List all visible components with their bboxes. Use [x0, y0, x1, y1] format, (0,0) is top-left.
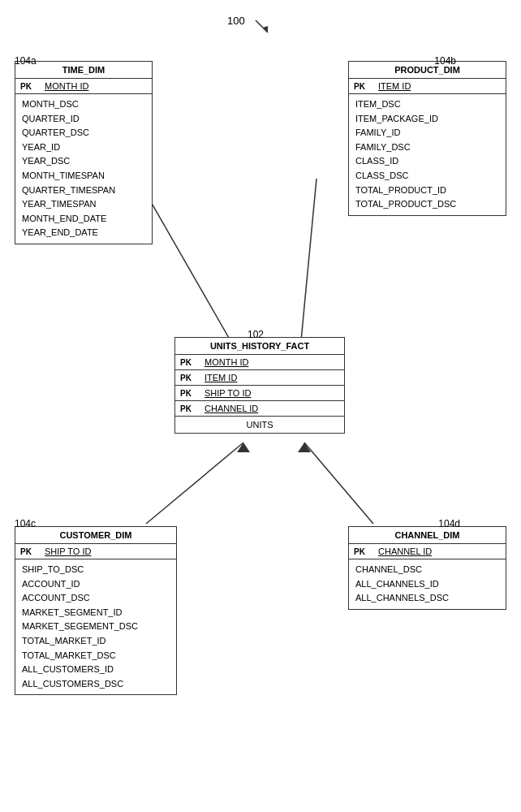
field-account-dsc: ACCOUNT_DSC	[22, 591, 170, 606]
arrow-100	[252, 16, 276, 41]
field-total-product-dsc: TOTAL_PRODUCT_DSC	[355, 197, 499, 212]
uhf-pk-label-4: PK	[180, 404, 198, 413]
customer-dim-fields: SHIP_TO_DSC ACCOUNT_ID ACCOUNT_DSC MARKE…	[15, 559, 176, 694]
field-month-end-date: MONTH_END_DATE	[22, 212, 145, 227]
ref-104b: 104b	[434, 55, 456, 67]
diagram-container: 100 TIME_DIM PK MONTH ID MONTH_DSC QUART…	[0, 0, 521, 812]
customer-dim-title: CUSTOMER_DIM	[15, 527, 176, 544]
field-all-channels-dsc: ALL_CHANNELS_DSC	[355, 591, 499, 606]
time-dim-table: TIME_DIM PK MONTH ID MONTH_DSC QUARTER_I…	[15, 61, 153, 244]
time-dim-pk-row: PK MONTH ID	[15, 79, 152, 94]
uhf-pk-label-3: PK	[180, 389, 198, 398]
field-account-id: ACCOUNT_ID	[22, 577, 170, 592]
channel-dim-pk-row: PK CHANNEL ID	[349, 544, 506, 559]
field-class-id: CLASS_ID	[355, 154, 499, 169]
customer-dim-pk-label: PK	[20, 547, 38, 556]
field-item-package-id: ITEM_PACKAGE_ID	[355, 112, 499, 127]
time-dim-pk-field: MONTH ID	[45, 81, 88, 91]
svg-marker-7	[298, 443, 311, 452]
field-total-product-id: TOTAL_PRODUCT_ID	[355, 184, 499, 198]
field-market-segement-dsc: MARKET_SEGEMENT_DSC	[22, 620, 170, 634]
uhf-pk-label-1: PK	[180, 358, 198, 367]
time-dim-pk-label: PK	[20, 82, 38, 91]
uhf-pk-field-1: MONTH ID	[205, 357, 248, 367]
field-quarter-dsc: QUARTER_DSC	[22, 126, 145, 140]
channel-dim-title: CHANNEL_DIM	[349, 527, 506, 544]
field-month-timespan: MONTH_TIMESPAN	[22, 169, 145, 184]
uhf-pk-field-3: SHIP TO ID	[205, 388, 251, 398]
field-family-dsc: FAMILY_DSC	[355, 140, 499, 155]
units-history-fact-table: UNITS_HISTORY_FACT PK MONTH ID PK ITEM I…	[174, 337, 345, 434]
channel-dim-fields: CHANNEL_DSC ALL_CHANNELS_ID ALL_CHANNELS…	[349, 559, 506, 609]
units-history-fact-title: UNITS_HISTORY_FACT	[175, 338, 344, 355]
ref-104c: 104c	[15, 518, 36, 529]
product-dim-pk-row: PK ITEM ID	[349, 79, 506, 94]
field-total-market-dsc: TOTAL_MARKET_DSC	[22, 649, 170, 663]
svg-marker-6	[237, 443, 250, 452]
uhf-pk-label-2: PK	[180, 374, 198, 382]
uhf-pk-row-3: PK SHIP TO ID	[175, 386, 344, 401]
channel-dim-pk-label: PK	[354, 547, 372, 556]
product-dim-pk-label: PK	[354, 82, 372, 91]
uhf-pk-field-4: CHANNEL ID	[205, 404, 258, 413]
uhf-pk-row-1: PK MONTH ID	[175, 355, 344, 370]
field-year-id: YEAR_ID	[22, 140, 145, 155]
svg-line-3	[304, 443, 373, 524]
uhf-units-section: UNITS	[175, 416, 344, 433]
field-month-dsc: MONTH_DSC	[22, 97, 145, 112]
channel-dim-pk-field: CHANNEL ID	[378, 546, 432, 556]
field-quarter-timespan: QUARTER_TIMESPAN	[22, 184, 145, 198]
channel-dim-table: CHANNEL_DIM PK CHANNEL ID CHANNEL_DSC AL…	[348, 526, 506, 610]
field-all-customers-dsc: ALL_CUSTOMERS_DSC	[22, 677, 170, 692]
diagram-ref-100: 100	[227, 15, 245, 27]
field-total-market-id: TOTAL_MARKET_ID	[22, 634, 170, 649]
field-class-dsc: CLASS_DSC	[355, 169, 499, 184]
field-channel-dsc: CHANNEL_DSC	[355, 563, 499, 577]
field-market-segment-id: MARKET_SEGMENT_ID	[22, 606, 170, 620]
ref-104a: 104a	[15, 55, 37, 67]
field-quarter-id: QUARTER_ID	[22, 112, 145, 127]
svg-line-2	[146, 443, 243, 524]
field-ship-to-dsc: SHIP_TO_DSC	[22, 563, 170, 577]
svg-marker-9	[263, 26, 268, 32]
uhf-pk-row-2: PK ITEM ID	[175, 370, 344, 386]
product-dim-pk-field: ITEM ID	[378, 81, 411, 91]
svg-line-1	[300, 179, 316, 349]
product-dim-fields: ITEM_DSC ITEM_PACKAGE_ID FAMILY_ID FAMIL…	[349, 94, 506, 215]
field-year-timespan: YEAR_TIMESPAN	[22, 197, 145, 212]
field-all-channels-id: ALL_CHANNELS_ID	[355, 577, 499, 592]
product-dim-title: PRODUCT_DIM	[349, 62, 506, 79]
time-dim-fields: MONTH_DSC QUARTER_ID QUARTER_DSC YEAR_ID…	[15, 94, 152, 244]
customer-dim-table: CUSTOMER_DIM PK SHIP TO ID SHIP_TO_DSC A…	[15, 526, 177, 695]
field-family-id: FAMILY_ID	[355, 126, 499, 140]
ref-102: 102	[248, 329, 264, 340]
uhf-pk-row-4: PK CHANNEL ID	[175, 401, 344, 416]
ref-104d: 104d	[438, 518, 460, 529]
field-year-dsc: YEAR_DSC	[22, 154, 145, 169]
customer-dim-pk-field: SHIP TO ID	[45, 546, 91, 556]
uhf-pk-field-2: ITEM ID	[205, 373, 237, 382]
field-year-end-date: YEAR_END_DATE	[22, 226, 145, 240]
field-item-dsc: ITEM_DSC	[355, 97, 499, 112]
field-all-customers-id: ALL_CUSTOMERS_ID	[22, 663, 170, 677]
customer-dim-pk-row: PK SHIP TO ID	[15, 544, 176, 559]
product-dim-table: PRODUCT_DIM PK ITEM ID ITEM_DSC ITEM_PAC…	[348, 61, 506, 216]
